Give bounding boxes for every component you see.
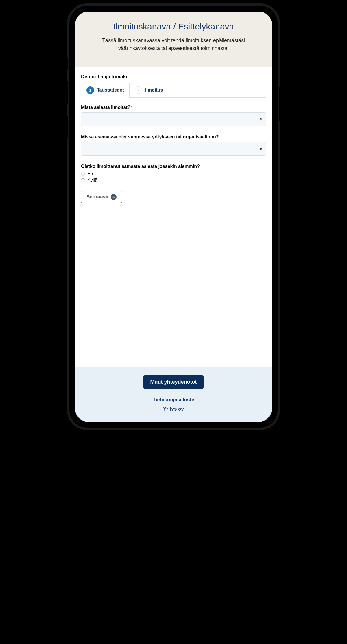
arrow-right-circle-icon: [111, 194, 117, 200]
other-contacts-button[interactable]: Muut yhteydenotot: [143, 375, 204, 389]
select-subject[interactable]: [81, 112, 266, 126]
radio-yes-label: Kyllä: [87, 178, 97, 183]
phone-frame: Ilmoituskanava / Esittelykanava Tässä il…: [69, 6, 278, 428]
privacy-policy-link[interactable]: Tietosuojaseloste: [81, 397, 266, 403]
radio-item-yes[interactable]: Kyllä: [81, 178, 266, 183]
radio-item-no[interactable]: En: [81, 171, 266, 177]
content-section: Demo: Laaja lomake 1 Taustatiedot 2 Ilmo…: [75, 67, 272, 367]
form-heading: Demo: Laaja lomake: [81, 74, 266, 80]
required-mark: *: [131, 105, 132, 109]
tab-label-1: Taustatiedot: [97, 88, 124, 93]
company-link[interactable]: Yritys oy: [81, 406, 266, 412]
tab-taustatiedot[interactable]: 1 Taustatiedot: [81, 83, 130, 98]
tab-number-2: 2: [135, 86, 142, 94]
next-button-label: Seuraava: [86, 194, 108, 200]
header-section: Ilmoituskanava / Esittelykanava Tässä il…: [75, 12, 272, 67]
phone-side-buttons-right: [279, 87, 281, 133]
label-position: Missä asemassa olet suhteessa yritykseen…: [81, 134, 266, 140]
select-wrapper-subject: [81, 112, 266, 126]
select-position[interactable]: [81, 142, 266, 156]
radio-list: En Kyllä: [81, 171, 266, 183]
tab-ilmoitus[interactable]: 2 Ilmoitus: [130, 83, 168, 97]
footer-section: Muut yhteydenotot Tietosuojaseloste Yrit…: [75, 367, 272, 422]
radio-no-label: En: [87, 171, 93, 177]
tab-label-2: Ilmoitus: [145, 88, 163, 93]
screen: Ilmoituskanava / Esittelykanava Tässä il…: [75, 12, 272, 422]
page-title: Ilmoituskanava / Esittelykanava: [82, 22, 265, 31]
tab-number-1: 1: [86, 86, 94, 94]
radio-no[interactable]: [81, 172, 85, 176]
label-subject: Mistä asiasta ilmoitat?*: [81, 105, 266, 110]
form-tabs: 1 Taustatiedot 2 Ilmoitus: [81, 83, 266, 98]
form-group-previous-report: Oletko ilmoittanut samasta asiasta jossa…: [81, 164, 266, 183]
label-subject-text: Mistä asiasta ilmoitat?: [81, 105, 130, 110]
radio-yes[interactable]: [81, 178, 85, 182]
form-group-position: Missä asemassa olet suhteessa yritykseen…: [81, 134, 266, 156]
next-button[interactable]: Seuraava: [81, 191, 122, 203]
phone-side-buttons-left: [66, 58, 68, 150]
select-wrapper-position: [81, 142, 266, 156]
label-previous-report: Oletko ilmoittanut samasta asiasta jossa…: [81, 164, 266, 169]
page-subtitle: Tässä ilmoituskanavassa voit tehdä ilmoi…: [82, 37, 265, 52]
form-group-subject: Mistä asiasta ilmoitat?*: [81, 105, 266, 126]
